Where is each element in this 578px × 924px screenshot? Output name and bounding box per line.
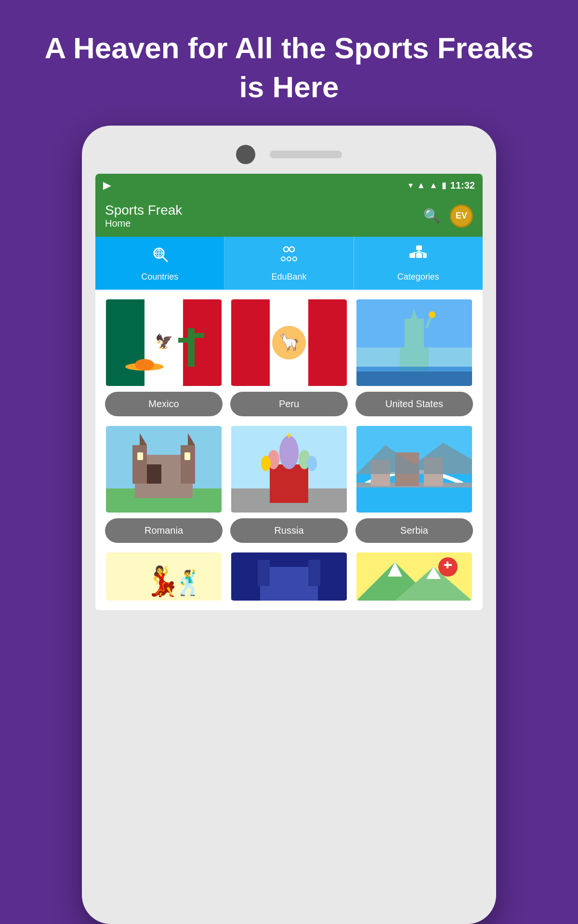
svg-rect-46 [181,445,195,484]
phone-top-bar [95,140,483,174]
app-tagline: A Heaven for All the Sports Freaks is He… [0,0,578,126]
app-bar-actions: 🔍 EV [423,205,473,228]
svg-point-39 [429,311,435,318]
mexico-image: 🦅 [105,299,223,386]
svg-rect-23 [195,333,204,338]
svg-rect-85 [447,562,448,568]
mexico-label: Mexico [105,392,223,416]
ev-badge[interactable]: EV [450,205,473,228]
serbia-label: Serbia [355,518,473,543]
country-card-serbia[interactable]: Serbia [355,426,473,543]
phone-camera [236,145,255,164]
svg-rect-30 [308,299,347,386]
status-time: 11:32 [450,180,475,191]
usa-image [355,299,473,386]
status-bar-left: ▶ [103,180,110,191]
country-row-3: 💃 🕺 [105,552,473,601]
svg-rect-50 [137,452,143,460]
country-card-germany[interactable] [230,552,348,601]
svg-rect-22 [178,338,188,343]
svg-text:🦅: 🦅 [155,333,173,350]
signal-icon: ▲ [417,180,425,191]
romania-label: Romania [105,518,223,543]
svg-rect-18 [106,299,144,386]
spain-image: 💃 🕺 [105,552,223,601]
svg-rect-75 [308,560,320,586]
battery-icon: ▮ [442,180,447,191]
edubank-tab-icon [279,244,299,268]
peru-image: 🦙 [230,299,348,386]
tab-countries[interactable]: Countries [95,237,224,290]
usa-label: United States [355,392,473,416]
app-bar: Sports Freak Home 🔍 EV [95,197,483,237]
app-title: Sports Freak [105,203,182,218]
svg-rect-11 [409,253,415,258]
tab-countries-label: Countries [141,272,178,282]
svg-line-15 [412,252,419,253]
svg-text:🕺: 🕺 [173,568,204,597]
svg-rect-13 [423,253,427,258]
phone-speaker [270,151,342,158]
app-subtitle: Home [105,218,182,229]
svg-point-7 [281,257,285,261]
serbia-image [355,426,473,513]
country-row-2: Romania [105,426,473,543]
russia-image [230,426,348,513]
peru-label: Peru [230,392,348,416]
svg-rect-45 [132,445,147,484]
search-icon[interactable]: 🔍 [423,208,440,224]
svg-rect-51 [184,452,190,460]
country-card-spain[interactable]: 💃 🕺 [105,552,223,601]
svg-rect-10 [416,245,422,250]
svg-point-59 [307,456,317,471]
countries-grid: 🦅 Mexico 🦙 [95,290,483,610]
country-card-peru[interactable]: 🦙 Peru [230,299,348,416]
germany-image [230,552,348,601]
country-card-russia[interactable]: Russia [230,426,348,543]
svg-point-8 [287,257,291,261]
status-bar: ▶ ▾ ▲ ▲ ▮ 11:32 [95,174,483,197]
country-row-1: 🦅 Mexico 🦙 [105,299,473,416]
country-card-romania[interactable]: Romania [105,426,223,543]
tabs-bar: Countries EduBank [95,237,483,290]
svg-point-55 [279,436,299,469]
country-card-mexico[interactable]: 🦅 Mexico [105,299,223,416]
svg-line-16 [419,252,425,253]
svg-point-58 [261,456,271,471]
wifi-icon: ▾ [408,180,413,191]
svg-rect-54 [270,464,308,503]
country-card-usa[interactable]: United States [355,299,473,416]
status-bar-right: ▾ ▲ ▲ ▮ 11:32 [408,180,475,191]
badge-text: EV [456,211,467,221]
svg-point-6 [289,247,294,252]
tab-edubank[interactable]: EduBank [224,237,354,290]
app-bar-titles: Sports Freak Home [105,203,182,229]
switzerland-image [355,552,473,601]
svg-rect-28 [231,299,270,386]
tab-categories-label: Categories [397,272,439,282]
notification-icon: ▶ [103,180,110,191]
signal-icon-2: ▲ [429,180,438,191]
svg-point-25 [135,359,154,371]
svg-text:🦙: 🦙 [278,331,300,352]
svg-rect-74 [258,560,270,586]
tab-edubank-label: EduBank [271,272,306,282]
svg-rect-21 [188,328,195,367]
categories-tab-icon [408,244,428,268]
svg-rect-12 [416,253,422,258]
svg-point-9 [293,257,297,261]
svg-point-5 [284,247,289,252]
phone-frame: ▶ ▾ ▲ ▲ ▮ 11:32 Sports Freak Home 🔍 EV [82,126,496,924]
countries-tab-icon [150,244,170,268]
country-card-switzerland[interactable] [355,552,473,601]
svg-rect-41 [356,367,472,386]
svg-line-1 [162,257,167,261]
romania-image [105,426,223,513]
russia-label: Russia [230,518,348,543]
tab-categories[interactable]: Categories [354,237,483,290]
phone-screen: ▶ ▾ ▲ ▲ ▮ 11:32 Sports Freak Home 🔍 EV [95,174,483,610]
svg-rect-49 [147,464,161,484]
